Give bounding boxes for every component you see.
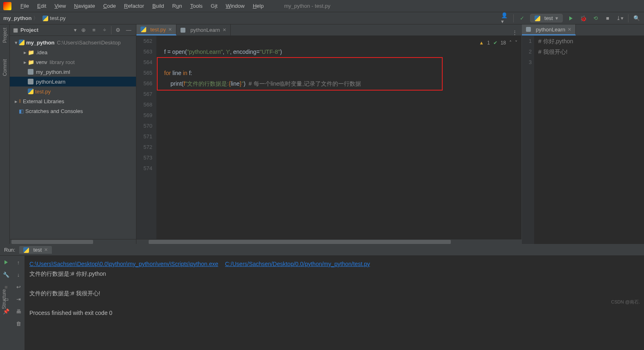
tree-row-iml[interactable]: my_python.iml (10, 67, 136, 77)
menu-refactor[interactable]: Refactor (120, 1, 148, 11)
wrench-icon[interactable]: 🔧 (2, 270, 10, 279)
up-icon[interactable]: ↑ (14, 258, 22, 266)
menubar: File Edit View Navigate Code Refactor Bu… (0, 0, 644, 12)
app-logo (3, 2, 11, 10)
scroll-end-icon[interactable]: ⇥ (14, 295, 22, 303)
menu-tools[interactable]: Tools (186, 1, 207, 11)
project-panel-title: Project (20, 27, 71, 33)
editor-tabs: test.py✕ pythonLearn✕ ⋮ (136, 24, 521, 36)
console-link-exe[interactable]: C:\Users\Sachsen\Desktop\0.0\python\my_p… (29, 261, 218, 267)
side-tab-pythonlearn[interactable]: pythonLearn✕ (522, 24, 576, 35)
project-tree[interactable]: ▾my_pythonC:\Users\Sachsen\Desktop ▸📁.id… (10, 36, 136, 239)
side-code[interactable]: # 你好,python # 我很开心! (534, 36, 644, 244)
tree-row-root[interactable]: ▾my_pythonC:\Users\Sachsen\Desktop (10, 38, 136, 47)
project-hscroll[interactable] (10, 239, 136, 244)
console-link-script[interactable]: C:/Users/Sachsen/Desktop/0.0/python/my_p… (225, 261, 370, 267)
tree-row-venv[interactable]: ▸📁venvlibrary root (10, 57, 136, 67)
left-tool-strip: Project Commit (0, 24, 10, 244)
menu-code[interactable]: Code (99, 1, 120, 11)
watermark: CSDN @南石. (611, 299, 640, 305)
breadcrumb-root[interactable]: my_python (3, 15, 31, 21)
sidebar-tab-project[interactable]: Project (2, 28, 8, 43)
run-coverage-icon[interactable]: ⟲ (591, 14, 599, 22)
code-area[interactable]: f = open("pythonLearn", 'r', encoding="U… (157, 36, 521, 239)
run-button[interactable] (567, 14, 575, 22)
menu-window[interactable]: Window (222, 1, 249, 11)
check-icon: ✔ (493, 38, 497, 48)
run-panel: Run: test✕ 🔧 ■ ▭ 📌 ↑ ↓ ↩ ⇥ 🖶 🗑 C:\Users\… (0, 244, 644, 350)
editor-area: test.py✕ pythonLearn✕ ⋮ 5625635645655665… (136, 24, 521, 244)
debug-button[interactable]: 🐞 (579, 14, 587, 22)
editor-hscroll[interactable] (136, 239, 521, 244)
git-update-icon[interactable]: ✓ (518, 14, 526, 22)
chevron-up-icon[interactable]: ˄ (509, 38, 512, 48)
hide-icon[interactable]: — (125, 26, 133, 34)
side-gutter: 123 (522, 36, 534, 244)
editor-tab-pythonlearn[interactable]: pythonLearn✕ (176, 24, 230, 35)
gear-icon[interactable]: ⚙ (114, 26, 122, 34)
line-gutter: 562563564565566567568569570571572573574 (136, 36, 157, 239)
close-icon[interactable]: ✕ (44, 247, 48, 253)
console-line: 文件的行数据是:# 我很开心! (29, 290, 100, 297)
main-area: Project Commit ▦ Project ▾ ⊕ ≡ ÷ ⚙ — ▾my… (0, 24, 644, 244)
chevron-down-icon[interactable]: ˅ (515, 38, 517, 48)
rerun-icon[interactable] (2, 258, 10, 266)
console-output[interactable]: C:\Users\Sachsen\Desktop\0.0\python\my_p… (25, 256, 644, 350)
select-opened-icon[interactable]: ⊕ (79, 26, 87, 34)
stop-icon[interactable]: ■ (604, 14, 612, 22)
menu-edit[interactable]: Edit (33, 1, 50, 11)
down-icon[interactable]: ↓ (14, 270, 22, 279)
tree-row-idea[interactable]: ▸📁.idea (10, 47, 136, 57)
sidebar-tab-structure[interactable]: Structure (1, 289, 7, 309)
sidebar-tab-commit[interactable]: Commit (2, 59, 8, 76)
collapse-all-icon[interactable]: ÷ (100, 26, 109, 34)
softwrap-icon[interactable]: ↩ (14, 283, 22, 291)
run-tab[interactable]: test✕ (19, 246, 52, 254)
python-icon (535, 16, 540, 21)
menu-run[interactable]: Run (168, 1, 186, 11)
run-panel-header: Run: test✕ (0, 244, 644, 256)
menu-file[interactable]: File (16, 1, 33, 11)
close-icon[interactable]: ✕ (568, 27, 571, 32)
search-icon[interactable]: 🔍 (633, 14, 641, 22)
tree-row-scratches[interactable]: ◧Scratches and Consoles (10, 106, 136, 116)
menu-help[interactable]: Help (249, 1, 268, 11)
project-panel: ▦ Project ▾ ⊕ ≡ ÷ ⚙ — ▾my_pythonC:\Users… (10, 24, 136, 244)
editor-body[interactable]: 562563564565566567568569570571572573574 … (136, 36, 521, 239)
python-icon (42, 16, 48, 21)
tree-row-testpy[interactable]: test.py (10, 86, 136, 96)
warning-icon: ▲ (479, 38, 484, 48)
run-label: Run: (4, 247, 15, 253)
close-icon[interactable]: ✕ (168, 27, 172, 32)
git-actions-icon[interactable]: ⤓▾ (616, 14, 624, 22)
editor-tab-testpy[interactable]: test.py✕ (136, 24, 176, 35)
project-panel-icon: ▦ (13, 27, 18, 33)
navigation-bar: my_python 〉 test.py 👤▾ ✓ test ▾ 🐞 ⟲ ■ ⤓▾… (0, 12, 644, 24)
trash-icon[interactable]: 🗑 (14, 319, 22, 328)
tree-row-external[interactable]: ▸⫴External Libraries (10, 96, 136, 106)
run-config-selector[interactable]: test ▾ (530, 14, 563, 22)
menu-view[interactable]: View (50, 1, 70, 11)
menu-navigate[interactable]: Navigate (70, 1, 99, 11)
menu-build[interactable]: Build (148, 1, 168, 11)
run-toolbar-right: ↑ ↓ ↩ ⇥ 🖶 🗑 (12, 256, 25, 350)
console-line: 文件的行数据是:# 你好,python (29, 270, 106, 277)
tree-row-pythonlearn[interactable]: pythonLearn (10, 77, 136, 86)
user-icon[interactable]: 👤▾ (501, 14, 509, 22)
inspections-widget[interactable]: ▲1 ✔18 ˄ ˅ (479, 38, 517, 48)
print-icon[interactable]: 🖶 (14, 307, 22, 315)
close-icon[interactable]: ✕ (223, 27, 226, 33)
expand-all-icon[interactable]: ≡ (90, 26, 98, 34)
menu-git[interactable]: Git (207, 1, 222, 11)
console-exit: Process finished with exit code 0 (29, 310, 112, 316)
window-title: my_python - test.py (284, 3, 330, 9)
project-panel-header: ▦ Project ▾ ⊕ ≡ ÷ ⚙ — (10, 24, 136, 36)
side-editor: pythonLearn✕ 123 # 你好,python # 我很开心! (521, 24, 644, 244)
breadcrumb-file[interactable]: test.py (42, 15, 65, 22)
tab-more-icon[interactable]: ⋮ (508, 29, 521, 35)
